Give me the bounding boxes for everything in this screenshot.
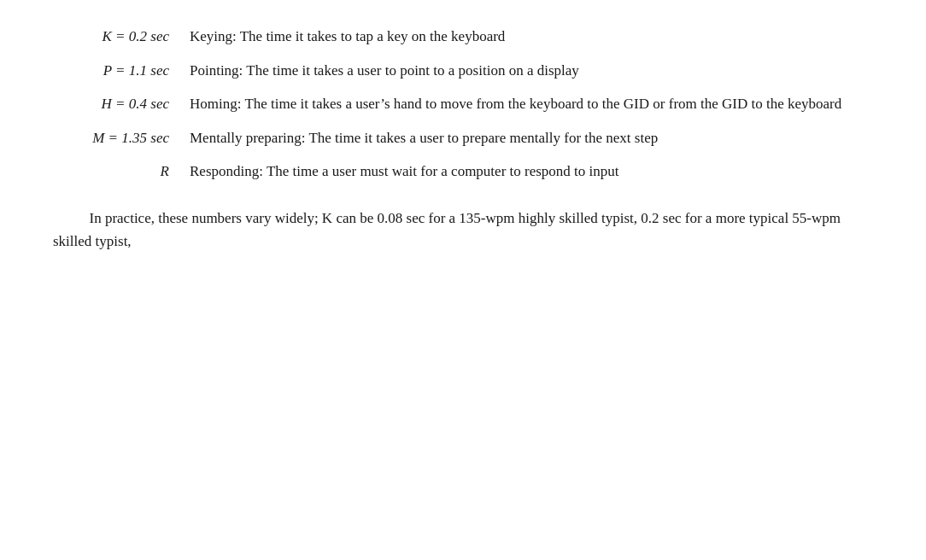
content-area: K = 0.2 sec Keying: The time it takes to…: [53, 26, 873, 253]
definition-k: Keying: The time it takes to tap a key o…: [190, 26, 873, 48]
list-item: K = 0.2 sec Keying: The time it takes to…: [53, 26, 873, 48]
term-h: H = 0.4 sec: [53, 93, 190, 115]
list-item: P = 1.1 sec Pointing: The time it takes …: [53, 60, 873, 82]
definition-r: Responding: The time a user must wait fo…: [190, 160, 873, 183]
list-item: R Responding: The time a user must wait …: [53, 160, 873, 183]
definition-list: K = 0.2 sec Keying: The time it takes to…: [53, 26, 873, 183]
list-item: H = 0.4 sec Homing: The time it takes a …: [53, 93, 873, 115]
definition-h: Homing: The time it takes a user’s hand …: [190, 93, 873, 115]
term-k: K = 0.2 sec: [53, 26, 190, 48]
term-m: M = 1.35 sec: [53, 127, 190, 149]
term-p: P = 1.1 sec: [53, 60, 190, 82]
term-r: R: [53, 160, 190, 183]
body-paragraph: In practice, these numbers vary widely; …: [53, 207, 873, 253]
list-item: M = 1.35 sec Mentally preparing: The tim…: [53, 127, 873, 149]
definition-p: Pointing: The time it takes a user to po…: [190, 60, 873, 82]
definition-m: Mentally preparing: The time it takes a …: [190, 127, 873, 149]
